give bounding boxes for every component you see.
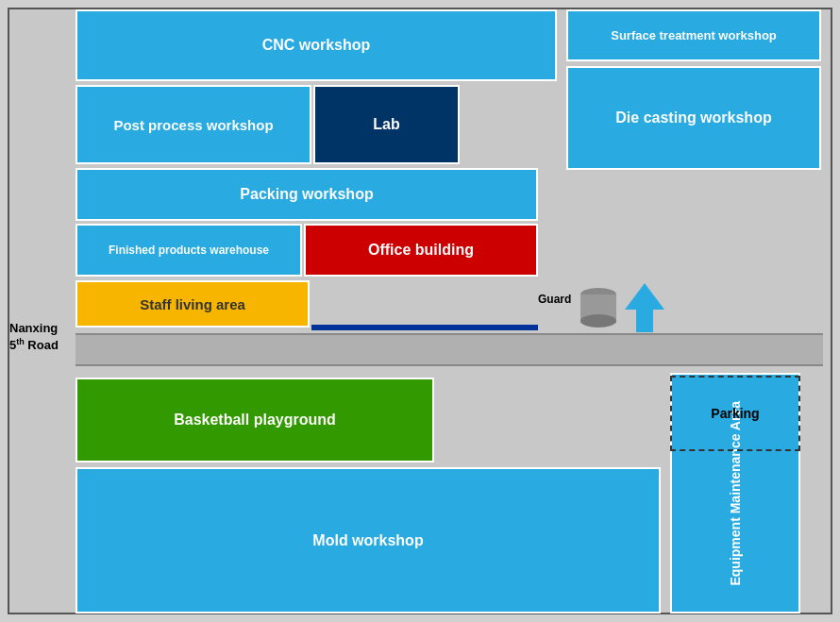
mold-workshop: Mold workshop [76, 467, 661, 614]
finished-products-warehouse: Finished products warehouse [76, 224, 302, 277]
guard-booth [580, 288, 616, 328]
surface-treatment-workshop: Surface treatment workshop [566, 9, 821, 61]
packing-workshop: Packing workshop [76, 168, 538, 221]
staff-living-area: Staff living area [76, 280, 310, 328]
die-casting-workshop: Die casting workshop [566, 66, 821, 170]
road-name: Nanxing [9, 321, 58, 335]
office-building: Office building [304, 224, 538, 277]
road-strip: Gate [76, 333, 823, 366]
road-label: Nanxing5th Road [9, 321, 59, 354]
cnc-workshop: CNC workshop [76, 9, 557, 81]
road-number: 5th Road [9, 338, 59, 352]
lab: Lab [313, 85, 460, 164]
guard-booth-bottom [580, 314, 616, 328]
post-process-workshop: Post process workshop [76, 85, 311, 164]
basketball-playground: Basketball playground [76, 378, 434, 462]
gate-arrow [625, 283, 664, 332]
parking-area: Parking [670, 376, 800, 451]
gate-line [311, 325, 538, 330]
guard-label: Guard [538, 293, 571, 306]
